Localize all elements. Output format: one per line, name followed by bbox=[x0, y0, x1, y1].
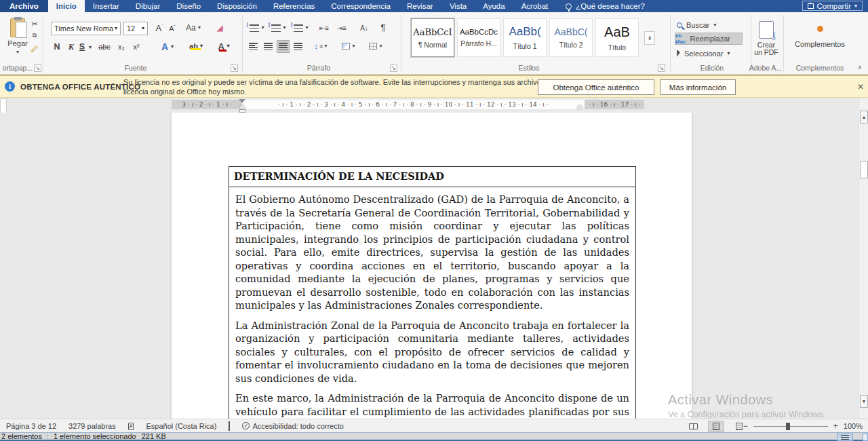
font-color-button[interactable]: A ▾ bbox=[213, 39, 235, 53]
activate-windows-watermark: Activar Windows bbox=[668, 392, 773, 408]
bold-button[interactable]: N bbox=[52, 41, 62, 53]
addins-button[interactable]: Complementos bbox=[789, 19, 851, 54]
replace-button[interactable]: ab⇄ac Reemplazar bbox=[675, 33, 743, 45]
tab-inicio[interactable]: Inicio bbox=[48, 0, 85, 12]
subscript-button[interactable]: x₂ bbox=[115, 41, 127, 53]
file-explorer-status-bar: 2 elementos 1 elemento seleccionado 221 … bbox=[0, 432, 868, 441]
paragraph-dialog-launcher[interactable]: ↘ bbox=[390, 64, 397, 72]
tab-revisar[interactable]: Revisar bbox=[399, 0, 441, 12]
align-right-button[interactable] bbox=[277, 40, 290, 53]
share-button[interactable]: Compartir ▾ bbox=[802, 1, 863, 11]
font-size-combo[interactable]: 12▾ bbox=[123, 22, 148, 35]
view-switcher bbox=[685, 420, 747, 432]
font-name-combo[interactable]: Times New Roma▾ bbox=[51, 22, 121, 35]
tab-correspondencia[interactable]: Correspondencia bbox=[323, 0, 399, 12]
tab-archivo[interactable]: Archivo bbox=[0, 0, 48, 12]
proofing-icon[interactable]: ✗ bbox=[122, 421, 140, 430]
right-indent-marker[interactable] bbox=[576, 104, 583, 109]
zoom-out-button[interactable]: − bbox=[743, 421, 748, 431]
zoom-percentage[interactable]: 100% bbox=[844, 422, 863, 430]
get-genuine-office-button[interactable]: Obtenga Office auténtico bbox=[538, 79, 654, 95]
word-count[interactable]: 3279 palabras bbox=[62, 422, 122, 430]
strikethrough-button[interactable]: abc bbox=[96, 41, 113, 53]
italic-button[interactable]: K bbox=[66, 41, 76, 53]
collapse-ribbon-button[interactable]: ∧ bbox=[854, 62, 865, 72]
copy-button[interactable]: ⧉ bbox=[28, 31, 41, 40]
bullets-button[interactable]: ▾ bbox=[248, 22, 266, 34]
decrease-indent-button[interactable]: ⇤≡ bbox=[317, 22, 331, 34]
tab-referencias[interactable]: Referencias bbox=[265, 0, 323, 12]
tab-disposicion[interactable]: Disposición bbox=[209, 0, 265, 12]
first-line-indent-marker[interactable] bbox=[239, 99, 245, 103]
line-spacing-button[interactable]: ↕≡▾ bbox=[311, 39, 331, 53]
info-icon: i bbox=[5, 81, 15, 92]
cut-button[interactable]: ✂ bbox=[28, 19, 41, 28]
select-button[interactable]: Seleccionar ▾ bbox=[677, 47, 751, 59]
create-pdf-button[interactable]: Crear un PDF bbox=[751, 18, 781, 60]
macro-record-icon[interactable] bbox=[222, 422, 236, 430]
increase-indent-button[interactable]: ⇥≡ bbox=[335, 22, 349, 34]
shading-button[interactable]: ▾ bbox=[338, 39, 359, 53]
details-view-button[interactable] bbox=[837, 434, 853, 441]
justify-button[interactable] bbox=[292, 40, 304, 53]
style-titulo-1[interactable]: AaBb( Título 1 bbox=[503, 18, 547, 57]
scrollbar-thumb[interactable] bbox=[860, 161, 868, 178]
vertical-scrollbar[interactable]: ▲ ▼ bbox=[859, 98, 868, 419]
scroll-down-arrow[interactable]: ▼ bbox=[860, 395, 868, 408]
scroll-up-arrow[interactable]: ▲ bbox=[860, 111, 868, 123]
style-titulo-2[interactable]: AaBbC( Título 2 bbox=[549, 18, 593, 57]
tab-acrobat[interactable]: Acrobat bbox=[513, 0, 557, 12]
tab-dibujar[interactable]: Dibujar bbox=[127, 0, 168, 12]
document-body[interactable]: El Gobierno Autónomo Descentralizado (GA… bbox=[229, 187, 635, 419]
style-parrafo-h[interactable]: AaBbCcDc Párrafo H... bbox=[457, 18, 500, 57]
shrink-font-button[interactable]: Aˇ bbox=[167, 22, 178, 35]
text-effects-button[interactable]: A ▾ bbox=[157, 41, 178, 53]
read-mode-button[interactable] bbox=[685, 421, 701, 432]
show-paragraph-marks-button[interactable]: ¶ bbox=[377, 21, 389, 33]
clear-formatting-button[interactable]: ◢ bbox=[213, 21, 226, 35]
clipboard-dialog-launcher[interactable]: ↘ bbox=[34, 64, 41, 72]
addin-dot-icon bbox=[817, 26, 823, 32]
superscript-button[interactable]: x² bbox=[130, 41, 142, 53]
format-painter-button[interactable]: 🖉 bbox=[28, 44, 41, 54]
zoom-slider[interactable] bbox=[753, 426, 828, 427]
tell-me-search[interactable]: ¿Qué desea hacer? bbox=[566, 0, 645, 12]
page-indicator[interactable]: Página 3 de 12 bbox=[0, 422, 62, 430]
styles-dialog-launcher[interactable]: ↘ bbox=[658, 64, 665, 72]
find-button[interactable]: Buscar ▾ bbox=[677, 19, 745, 31]
tab-ayuda[interactable]: Ayuda bbox=[475, 0, 513, 12]
large-icons-view-button[interactable] bbox=[863, 434, 868, 441]
grow-font-button[interactable]: Aˆ bbox=[153, 21, 165, 35]
print-layout-button[interactable] bbox=[708, 421, 724, 432]
numbering-button[interactable]: ▾ bbox=[270, 22, 288, 34]
cursor-icon bbox=[677, 50, 680, 57]
change-case-button[interactable]: Aa ▾ bbox=[183, 21, 203, 35]
paste-button[interactable]: Pegar ▾ bbox=[4, 18, 31, 56]
multilevel-list-button[interactable]: ▾ bbox=[292, 22, 311, 34]
zoom-in-button[interactable]: + bbox=[833, 421, 838, 431]
language-indicator[interactable]: Español (Costa Rica) bbox=[140, 422, 222, 430]
close-icon[interactable]: ✕ bbox=[857, 82, 864, 92]
tab-insertar[interactable]: Insertar bbox=[85, 0, 127, 12]
borders-button[interactable]: ▾ bbox=[365, 39, 387, 53]
highlight-color-button[interactable]: ab ▾ bbox=[184, 39, 208, 53]
style-normal[interactable]: AaBbCcI ¶ Normal bbox=[411, 18, 454, 57]
paragraph-group-label: Párrafo bbox=[264, 64, 373, 72]
style-titulo[interactable]: AaB Título bbox=[595, 18, 639, 57]
align-center-button[interactable] bbox=[262, 40, 275, 53]
more-info-button[interactable]: Más información bbox=[660, 79, 736, 95]
underline-menu-arrow[interactable]: ▾ bbox=[87, 43, 94, 52]
tab-diseno[interactable]: Diseño bbox=[168, 0, 209, 12]
tab-vista[interactable]: Vista bbox=[441, 0, 475, 12]
zoom-slider-thumb[interactable] bbox=[786, 423, 790, 430]
font-dialog-launcher[interactable]: ↘ bbox=[231, 64, 238, 72]
styles-gallery-more-button[interactable]: ⇟ bbox=[644, 31, 655, 45]
accessibility-status[interactable]: ✓ Accesibilidad: todo correcto bbox=[236, 422, 350, 430]
underline-button[interactable]: S bbox=[77, 41, 87, 53]
sort-button[interactable]: A↓ bbox=[357, 22, 372, 34]
adobe-group-label: Adobe A... bbox=[746, 64, 785, 72]
document-page[interactable]: DETERMINACIÓN DE LA NECESIDAD El Gobiern… bbox=[172, 113, 692, 419]
explorer-item-count: 2 elementos bbox=[0, 432, 42, 440]
hanging-indent-marker[interactable] bbox=[239, 104, 245, 109]
align-left-button[interactable] bbox=[247, 40, 260, 53]
